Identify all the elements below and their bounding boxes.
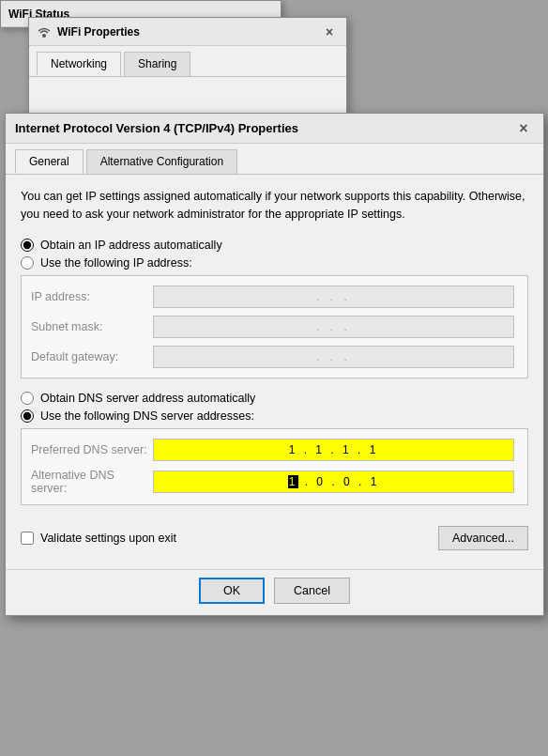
validate-checkbox[interactable] — [21, 532, 34, 545]
ip-address-label: IP address: — [31, 290, 153, 303]
ip-radio-group: Obtain an IP address automatically Use t… — [21, 239, 528, 270]
tab-sharing[interactable]: Sharing — [124, 52, 190, 76]
wifi-props-titlebar-left: WiFi Properties — [37, 24, 140, 39]
obtain-ip-auto-label: Obtain an IP address automatically — [40, 239, 222, 252]
ip-settings-box: IP address: . . . Subnet mask: . . . Def… — [21, 275, 528, 378]
tcpip-title: Internet Protocol Version 4 (TCP/IPv4) P… — [15, 121, 298, 135]
tcpip-titlebar: Internet Protocol Version 4 (TCP/IPv4) P… — [6, 114, 543, 144]
advanced-button[interactable]: Advanced... — [438, 526, 528, 550]
validate-label: Validate settings upon exit — [40, 532, 176, 545]
preferred-dns-input[interactable]: 1 . 1 . 1 . 1 — [153, 439, 514, 461]
dialog-buttons: OK Cancel — [6, 569, 543, 615]
use-following-dns-label: Use the following DNS server addresses: — [40, 409, 254, 423]
alternative-dns-value: 1 . 0 . 0 . 1 — [288, 475, 380, 488]
use-following-ip-radio[interactable] — [21, 256, 34, 270]
use-following-dns-radio[interactable] — [21, 409, 34, 423]
description-text: You can get IP settings assigned automat… — [21, 188, 528, 224]
svg-point-0 — [42, 34, 46, 38]
wifi-props-titlebar: WiFi Properties × — [29, 18, 346, 46]
tcpip-close-button[interactable]: × — [513, 118, 534, 139]
default-gateway-label: Default gateway: — [31, 350, 153, 363]
default-gateway-input[interactable]: . . . — [153, 346, 514, 368]
obtain-dns-auto-option: Obtain DNS server address automatically — [21, 392, 528, 405]
dns-section: Obtain DNS server address automatically … — [21, 392, 528, 505]
default-gateway-row: Default gateway: . . . — [31, 346, 514, 368]
tab-alternative-config[interactable]: Alternative Configuration — [86, 149, 237, 174]
obtain-dns-auto-label: Obtain DNS server address automatically — [40, 392, 255, 405]
wifi-props-tabs: Networking Sharing — [29, 46, 346, 77]
alternative-dns-row: Alternative DNS server: 1 . 0 . 0 . 1 — [31, 469, 514, 495]
cursor-char: 1 — [288, 475, 299, 488]
wifi-icon — [37, 24, 52, 39]
tcpip-dialog: Internet Protocol Version 4 (TCP/IPv4) P… — [5, 113, 544, 616]
obtain-ip-auto-option: Obtain an IP address automatically — [21, 239, 528, 252]
alternative-dns-label: Alternative DNS server: — [31, 469, 153, 495]
tcpip-tabs: General Alternative Configuration — [6, 144, 543, 175]
use-following-ip-label: Use the following IP address: — [40, 256, 192, 270]
subnet-mask-row: Subnet mask: . . . — [31, 316, 514, 338]
ip-address-row: IP address: . . . — [31, 285, 514, 308]
preferred-dns-row: Preferred DNS server: 1 . 1 . 1 . 1 — [31, 439, 514, 461]
alternative-dns-input[interactable]: 1 . 0 . 0 . 1 — [153, 471, 514, 493]
ok-button[interactable]: OK — [199, 578, 265, 604]
validate-check: Validate settings upon exit — [21, 532, 176, 545]
obtain-dns-auto-radio[interactable] — [21, 392, 34, 405]
wifi-props-close-button[interactable]: × — [320, 23, 339, 41]
dns-settings-box: Preferred DNS server: 1 . 1 . 1 . 1 Alte… — [21, 428, 528, 505]
tab-networking[interactable]: Networking — [37, 52, 121, 76]
ip-address-input[interactable]: . . . — [153, 285, 514, 308]
subnet-mask-label: Subnet mask: — [31, 320, 153, 333]
cancel-button[interactable]: Cancel — [274, 578, 350, 604]
subnet-mask-input[interactable]: . . . — [153, 316, 514, 338]
dns-radio-group: Obtain DNS server address automatically … — [21, 392, 528, 423]
tab-general[interactable]: General — [15, 149, 84, 174]
use-following-ip-option: Use the following IP address: — [21, 256, 528, 270]
wifi-props-title: WiFi Properties — [57, 25, 140, 39]
bottom-row: Validate settings upon exit Advanced... — [21, 518, 528, 556]
obtain-ip-auto-radio[interactable] — [21, 239, 34, 252]
wifi-properties-window: WiFi Properties × Networking Sharing — [28, 17, 347, 116]
tcpip-body: You can get IP settings assigned automat… — [6, 175, 543, 569]
preferred-dns-label: Preferred DNS server: — [31, 443, 153, 456]
use-following-dns-option: Use the following DNS server addresses: — [21, 409, 528, 423]
